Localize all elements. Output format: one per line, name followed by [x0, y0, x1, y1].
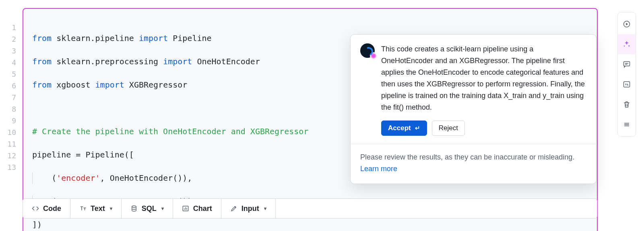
svg-rect-4 [624, 82, 630, 87]
line-number: 4 [0, 57, 23, 68]
variable-inspector-button[interactable] [618, 74, 636, 94]
run-button[interactable] [618, 14, 636, 34]
line-number: 5 [0, 68, 23, 80]
toolbar-spacer [276, 199, 597, 218]
svg-point-8 [132, 206, 136, 208]
chevron-down-icon: ▾ [110, 206, 112, 211]
pencil-icon [230, 205, 237, 212]
ai-disclaimer: Please review the results, as they can b… [351, 144, 596, 184]
line-number: 12 [0, 150, 23, 161]
line-number: 3 [0, 45, 23, 57]
code-icon [32, 205, 39, 212]
add-input-cell-button[interactable]: Input▾ [221, 199, 276, 218]
delete-button[interactable] [618, 94, 636, 114]
add-text-cell-button[interactable]: Text▾ [70, 199, 122, 218]
right-rail [617, 12, 636, 137]
ai-avatar-icon [360, 43, 375, 58]
line-number: 8 [0, 103, 23, 115]
comment-button[interactable] [618, 54, 636, 74]
ai-badge-icon [370, 52, 377, 59]
line-number: 13 [0, 161, 23, 173]
reject-button[interactable]: Reject [432, 121, 465, 136]
enter-key-icon: ↵ [415, 125, 420, 132]
line-number: 6 [0, 80, 23, 92]
text-icon [79, 205, 87, 212]
svg-rect-1 [624, 61, 630, 66]
chart-icon [182, 205, 189, 212]
line-number: 1 [0, 22, 23, 33]
ai-sparkle-button[interactable] [618, 34, 636, 54]
add-chart-cell-button[interactable]: Chart [173, 199, 221, 218]
ai-explanation-text: This code creates a scikit-learn pipelin… [381, 43, 586, 113]
add-code-cell-button[interactable]: Code [23, 199, 70, 218]
database-icon [130, 205, 138, 212]
line-number: 2 [0, 33, 23, 45]
learn-more-link[interactable]: Learn more [360, 165, 397, 173]
line-number: 10 [0, 127, 23, 138]
accept-button[interactable]: Accept ↵ [381, 121, 427, 136]
line-gutter: 1 2 3 4 5 6 7 8 9 10 11 12 13 [0, 8, 23, 231]
more-menu-button[interactable] [618, 114, 636, 135]
line-number: 7 [0, 92, 23, 103]
cell-type-toolbar: Code Text▾ SQL▾ Chart Input▾ [23, 198, 597, 219]
chevron-down-icon: ▾ [264, 206, 266, 211]
line-number: 11 [0, 138, 23, 150]
add-sql-cell-button[interactable]: SQL▾ [122, 199, 173, 218]
line-number: 9 [0, 115, 23, 127]
ai-suggestion-popover: This code creates a scikit-learn pipelin… [350, 34, 597, 184]
chevron-down-icon: ▾ [161, 206, 164, 211]
